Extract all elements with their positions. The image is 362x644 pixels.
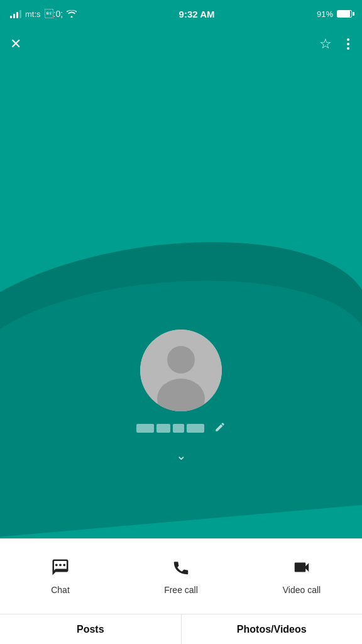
name-dots — [136, 424, 204, 433]
name-dot-2 — [156, 424, 170, 433]
carrier-label: mt:s — [25, 9, 41, 19]
name-dot-3 — [173, 424, 184, 433]
battery-icon — [337, 10, 352, 18]
signal-icon — [10, 9, 21, 18]
top-bar: ✕ ☆ — [0, 28, 362, 60]
video-call-label: Video call — [283, 585, 321, 595]
svg-point-1 — [167, 346, 195, 374]
svg-point-5 — [63, 564, 65, 566]
edit-icon[interactable] — [214, 421, 226, 435]
tab-video-call[interactable]: Video call — [241, 558, 362, 595]
wifi-icon — [67, 10, 77, 18]
close-button[interactable]: ✕ — [10, 36, 21, 52]
posts-tab[interactable]: Posts — [0, 614, 182, 644]
posts-label: Posts — [77, 624, 104, 635]
avatar-container: ⌄ — [136, 330, 226, 463]
name-dot-1 — [136, 424, 154, 433]
video-icon — [292, 558, 311, 581]
svg-point-4 — [59, 564, 62, 566]
pencil-icon — [214, 421, 226, 433]
status-right: 91% — [317, 9, 352, 19]
battery-label: 91% — [317, 9, 333, 19]
more-button[interactable] — [344, 36, 352, 52]
wifi-icon: :0; — [45, 9, 63, 19]
photos-videos-label: Photos/Videos — [237, 624, 307, 635]
top-bar-right: ☆ — [319, 36, 352, 52]
footer-tabs: Posts Photos/Videos — [0, 614, 362, 644]
photos-videos-tab[interactable]: Photos/Videos — [182, 614, 363, 644]
name-dot-4 — [187, 424, 204, 433]
phone-icon — [172, 558, 190, 581]
status-bar: mt:s :0; 9:32 AM 91% — [0, 0, 362, 28]
chat-icon — [51, 558, 70, 581]
avatar-svg — [140, 330, 222, 411]
profile-area: ⌄ — [0, 60, 362, 538]
svg-point-3 — [55, 564, 58, 566]
status-left: mt:s :0; — [10, 9, 77, 19]
star-icon[interactable]: ☆ — [319, 36, 332, 52]
chevron-down-icon[interactable]: ⌄ — [176, 448, 187, 463]
status-time: 9:32 AM — [179, 9, 215, 19]
name-area — [136, 421, 226, 435]
tab-chat[interactable]: Chat — [0, 558, 121, 595]
avatar — [140, 330, 222, 411]
free-call-label: Free call — [164, 585, 198, 595]
bottom-tabs: Chat Free call Video call — [0, 538, 362, 614]
chat-label: Chat — [51, 585, 70, 595]
tab-free-call[interactable]: Free call — [121, 558, 241, 595]
